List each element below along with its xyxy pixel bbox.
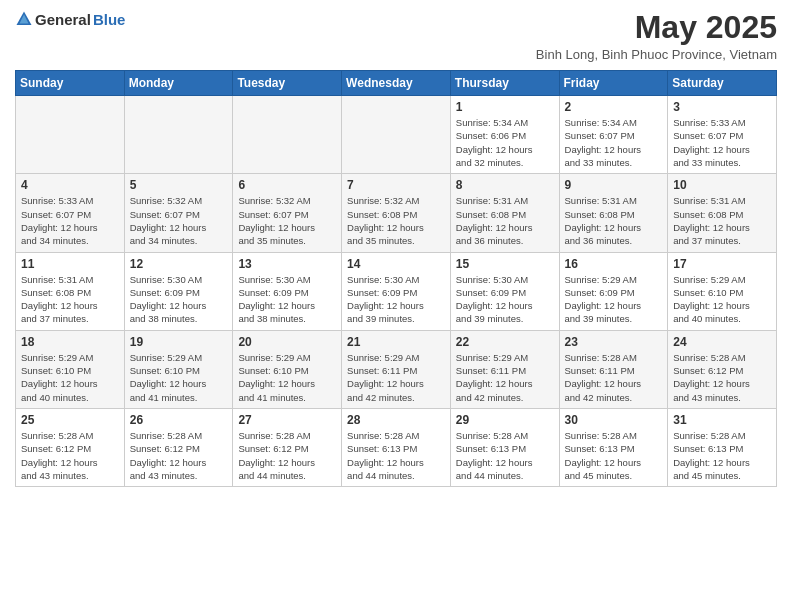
main-title: May 2025 <box>536 10 777 45</box>
calendar-cell: 6Sunrise: 5:32 AMSunset: 6:07 PMDaylight… <box>233 174 342 252</box>
day-info: Sunrise: 5:28 AMSunset: 6:13 PMDaylight:… <box>673 429 771 482</box>
calendar-cell: 12Sunrise: 5:30 AMSunset: 6:09 PMDayligh… <box>124 252 233 330</box>
calendar-header-tuesday: Tuesday <box>233 71 342 96</box>
day-info: Sunrise: 5:29 AMSunset: 6:10 PMDaylight:… <box>238 351 336 404</box>
day-number: 22 <box>456 335 554 349</box>
calendar-cell <box>124 96 233 174</box>
calendar-cell: 27Sunrise: 5:28 AMSunset: 6:12 PMDayligh… <box>233 408 342 486</box>
day-number: 28 <box>347 413 445 427</box>
day-info: Sunrise: 5:31 AMSunset: 6:08 PMDaylight:… <box>456 194 554 247</box>
day-number: 7 <box>347 178 445 192</box>
calendar-cell: 11Sunrise: 5:31 AMSunset: 6:08 PMDayligh… <box>16 252 125 330</box>
day-number: 18 <box>21 335 119 349</box>
day-info: Sunrise: 5:30 AMSunset: 6:09 PMDaylight:… <box>456 273 554 326</box>
calendar-header-saturday: Saturday <box>668 71 777 96</box>
calendar-cell <box>233 96 342 174</box>
day-number: 21 <box>347 335 445 349</box>
calendar-cell: 13Sunrise: 5:30 AMSunset: 6:09 PMDayligh… <box>233 252 342 330</box>
calendar-cell: 2Sunrise: 5:34 AMSunset: 6:07 PMDaylight… <box>559 96 668 174</box>
page: GeneralBlue May 2025 Binh Long, Binh Phu… <box>0 0 792 612</box>
day-info: Sunrise: 5:29 AMSunset: 6:10 PMDaylight:… <box>673 273 771 326</box>
day-number: 17 <box>673 257 771 271</box>
calendar-cell: 8Sunrise: 5:31 AMSunset: 6:08 PMDaylight… <box>450 174 559 252</box>
day-number: 14 <box>347 257 445 271</box>
calendar-header-monday: Monday <box>124 71 233 96</box>
day-number: 24 <box>673 335 771 349</box>
calendar-cell: 9Sunrise: 5:31 AMSunset: 6:08 PMDaylight… <box>559 174 668 252</box>
day-info: Sunrise: 5:29 AMSunset: 6:11 PMDaylight:… <box>347 351 445 404</box>
day-info: Sunrise: 5:31 AMSunset: 6:08 PMDaylight:… <box>565 194 663 247</box>
day-info: Sunrise: 5:29 AMSunset: 6:10 PMDaylight:… <box>21 351 119 404</box>
day-info: Sunrise: 5:28 AMSunset: 6:12 PMDaylight:… <box>238 429 336 482</box>
day-number: 23 <box>565 335 663 349</box>
calendar-header-wednesday: Wednesday <box>342 71 451 96</box>
calendar-header-thursday: Thursday <box>450 71 559 96</box>
day-info: Sunrise: 5:28 AMSunset: 6:12 PMDaylight:… <box>21 429 119 482</box>
day-info: Sunrise: 5:33 AMSunset: 6:07 PMDaylight:… <box>21 194 119 247</box>
day-info: Sunrise: 5:28 AMSunset: 6:12 PMDaylight:… <box>673 351 771 404</box>
calendar-cell: 19Sunrise: 5:29 AMSunset: 6:10 PMDayligh… <box>124 330 233 408</box>
calendar-cell: 16Sunrise: 5:29 AMSunset: 6:09 PMDayligh… <box>559 252 668 330</box>
calendar-cell: 18Sunrise: 5:29 AMSunset: 6:10 PMDayligh… <box>16 330 125 408</box>
calendar-cell: 31Sunrise: 5:28 AMSunset: 6:13 PMDayligh… <box>668 408 777 486</box>
day-number: 1 <box>456 100 554 114</box>
day-info: Sunrise: 5:28 AMSunset: 6:13 PMDaylight:… <box>347 429 445 482</box>
day-info: Sunrise: 5:28 AMSunset: 6:11 PMDaylight:… <box>565 351 663 404</box>
day-info: Sunrise: 5:30 AMSunset: 6:09 PMDaylight:… <box>238 273 336 326</box>
day-info: Sunrise: 5:32 AMSunset: 6:07 PMDaylight:… <box>238 194 336 247</box>
day-number: 10 <box>673 178 771 192</box>
day-number: 13 <box>238 257 336 271</box>
subtitle: Binh Long, Binh Phuoc Province, Vietnam <box>536 47 777 62</box>
calendar-cell: 20Sunrise: 5:29 AMSunset: 6:10 PMDayligh… <box>233 330 342 408</box>
day-info: Sunrise: 5:32 AMSunset: 6:08 PMDaylight:… <box>347 194 445 247</box>
calendar-cell <box>16 96 125 174</box>
header: GeneralBlue May 2025 Binh Long, Binh Phu… <box>15 10 777 62</box>
calendar-cell: 17Sunrise: 5:29 AMSunset: 6:10 PMDayligh… <box>668 252 777 330</box>
calendar-cell: 30Sunrise: 5:28 AMSunset: 6:13 PMDayligh… <box>559 408 668 486</box>
calendar-cell: 26Sunrise: 5:28 AMSunset: 6:12 PMDayligh… <box>124 408 233 486</box>
calendar-week-row: 25Sunrise: 5:28 AMSunset: 6:12 PMDayligh… <box>16 408 777 486</box>
day-number: 16 <box>565 257 663 271</box>
day-number: 2 <box>565 100 663 114</box>
day-number: 29 <box>456 413 554 427</box>
calendar-cell: 10Sunrise: 5:31 AMSunset: 6:08 PMDayligh… <box>668 174 777 252</box>
calendar-cell: 7Sunrise: 5:32 AMSunset: 6:08 PMDaylight… <box>342 174 451 252</box>
title-area: May 2025 Binh Long, Binh Phuoc Province,… <box>536 10 777 62</box>
day-info: Sunrise: 5:30 AMSunset: 6:09 PMDaylight:… <box>130 273 228 326</box>
day-info: Sunrise: 5:29 AMSunset: 6:11 PMDaylight:… <box>456 351 554 404</box>
day-info: Sunrise: 5:28 AMSunset: 6:12 PMDaylight:… <box>130 429 228 482</box>
logo: GeneralBlue <box>15 10 125 28</box>
day-number: 8 <box>456 178 554 192</box>
day-info: Sunrise: 5:28 AMSunset: 6:13 PMDaylight:… <box>565 429 663 482</box>
calendar-week-row: 4Sunrise: 5:33 AMSunset: 6:07 PMDaylight… <box>16 174 777 252</box>
calendar-header-friday: Friday <box>559 71 668 96</box>
day-number: 5 <box>130 178 228 192</box>
day-info: Sunrise: 5:32 AMSunset: 6:07 PMDaylight:… <box>130 194 228 247</box>
day-info: Sunrise: 5:31 AMSunset: 6:08 PMDaylight:… <box>21 273 119 326</box>
day-number: 19 <box>130 335 228 349</box>
day-number: 4 <box>21 178 119 192</box>
calendar-week-row: 18Sunrise: 5:29 AMSunset: 6:10 PMDayligh… <box>16 330 777 408</box>
day-number: 27 <box>238 413 336 427</box>
calendar-cell: 25Sunrise: 5:28 AMSunset: 6:12 PMDayligh… <box>16 408 125 486</box>
day-number: 12 <box>130 257 228 271</box>
day-info: Sunrise: 5:29 AMSunset: 6:10 PMDaylight:… <box>130 351 228 404</box>
calendar-cell <box>342 96 451 174</box>
day-number: 9 <box>565 178 663 192</box>
calendar-cell: 23Sunrise: 5:28 AMSunset: 6:11 PMDayligh… <box>559 330 668 408</box>
day-number: 31 <box>673 413 771 427</box>
day-info: Sunrise: 5:29 AMSunset: 6:09 PMDaylight:… <box>565 273 663 326</box>
day-number: 11 <box>21 257 119 271</box>
day-info: Sunrise: 5:31 AMSunset: 6:08 PMDaylight:… <box>673 194 771 247</box>
calendar-cell: 14Sunrise: 5:30 AMSunset: 6:09 PMDayligh… <box>342 252 451 330</box>
day-number: 20 <box>238 335 336 349</box>
calendar-cell: 22Sunrise: 5:29 AMSunset: 6:11 PMDayligh… <box>450 330 559 408</box>
day-info: Sunrise: 5:28 AMSunset: 6:13 PMDaylight:… <box>456 429 554 482</box>
day-info: Sunrise: 5:34 AMSunset: 6:06 PMDaylight:… <box>456 116 554 169</box>
day-info: Sunrise: 5:34 AMSunset: 6:07 PMDaylight:… <box>565 116 663 169</box>
calendar-cell: 3Sunrise: 5:33 AMSunset: 6:07 PMDaylight… <box>668 96 777 174</box>
logo-icon <box>15 10 33 28</box>
day-info: Sunrise: 5:30 AMSunset: 6:09 PMDaylight:… <box>347 273 445 326</box>
logo-area: GeneralBlue <box>15 10 125 28</box>
calendar-cell: 29Sunrise: 5:28 AMSunset: 6:13 PMDayligh… <box>450 408 559 486</box>
